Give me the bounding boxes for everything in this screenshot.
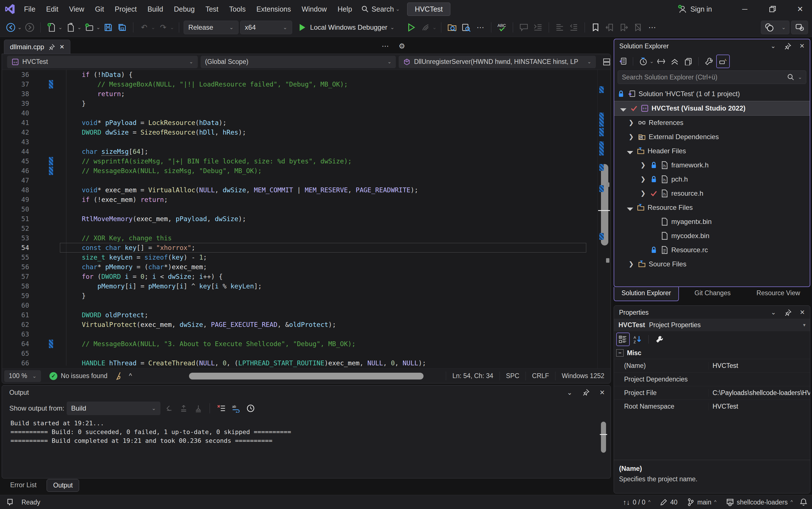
pin-icon[interactable] [784,43,791,49]
close-icon[interactable]: ✕ [800,42,805,50]
spell-check-button[interactable]: ABC [496,21,508,34]
editor-settings-gear-icon[interactable]: ⚙ [399,42,405,50]
find-in-objects-button[interactable] [460,21,472,34]
chevron-down-icon[interactable]: ⌄ [17,24,22,31]
code-line-43[interactable]: 43 [2,137,599,147]
start-without-debugging-button[interactable] [405,21,417,34]
property-pages-wrench-icon[interactable] [653,333,666,345]
chevron-down-icon[interactable]: ⌄ [170,24,174,31]
bookmarks-overflow-button[interactable]: ⋯ [646,21,658,34]
new-file-button[interactable] [45,21,58,34]
toggle-comment-button[interactable] [518,21,530,34]
feedback-button[interactable] [791,21,808,34]
code-text-area[interactable]: 36 if (!hData) {37 // MessageBoxA(NULL, … [2,70,599,369]
chevron-down-icon[interactable]: ⌄ [77,24,81,31]
menu-extensions[interactable]: Extensions [251,5,296,13]
code-line-51[interactable]: 51 RtlMoveMemory(exec_mem, pPayload, dwS… [2,214,599,224]
menu-project[interactable]: Project [109,5,142,13]
code-line-49[interactable]: 49 if (!exec_mem) return; [2,195,599,204]
pending-changes-filter-icon[interactable] [637,55,650,68]
chevron-down-icon[interactable]: ⌄ [567,389,572,397]
property-category-row[interactable]: − Misc [614,347,810,359]
property-value[interactable]: HVCTest [708,403,810,410]
chevron-down-icon[interactable]: ⌄ [771,309,776,316]
menu-git[interactable]: Git [89,5,109,13]
chevron-down-icon[interactable]: ⌄ [771,42,776,50]
output-source-dropdown[interactable]: Build ⌄ [67,402,160,415]
property-row-name[interactable]: (Name)HVCTest [614,359,810,372]
panel-tab-resource-view[interactable]: Resource View [746,287,810,301]
toggle-bookmark-button[interactable] [589,21,602,34]
chev-icon[interactable]: ❯ [627,119,635,127]
tree-item-resource-rc[interactable]: Resource.rc [614,243,810,257]
tree-item-hvctest-visual-studio-2022[interactable]: ++HVCTest (Visual Studio 2022) [614,101,810,116]
chev-icon[interactable]: ❯ [627,133,635,141]
menu-help[interactable]: Help [332,5,358,13]
output-scrollbar[interactable] [601,419,608,473]
code-line-66[interactable]: 66 HANDLE hThread = CreateThread(NULL, 0… [2,358,599,368]
previous-bookmark-button[interactable] [603,21,616,34]
scrollbar-thumb[interactable] [189,373,423,379]
unindent-lines-icon[interactable] [553,21,566,34]
code-line-47[interactable]: 47 [2,176,599,185]
start-debugging-button[interactable]: Local Windows Debugger ⌄ [298,23,395,32]
code-line-39[interactable]: 39 } [2,99,599,108]
breadcrumb-scope-dropdown[interactable]: (Global Scope) ⌄ [200,56,396,68]
properties-wrench-icon[interactable] [703,55,715,68]
code-line-62[interactable]: 62 VirtualProtect(exec_mem, dwSize, PAGE… [2,320,599,330]
git-sync-status[interactable]: ↑↓ 0 / 0 ^ [620,498,654,506]
save-all-button[interactable] [116,21,128,34]
clear-bookmarks-button[interactable] [632,21,644,34]
code-line-50[interactable]: 50 [2,204,599,214]
pin-icon[interactable] [48,44,55,50]
split-editor-icon[interactable] [603,58,611,66]
close-tab-icon[interactable]: ✕ [59,43,65,50]
attach-to-process-button[interactable] [419,21,432,34]
collapse-all-icon[interactable] [668,55,681,68]
chevron-down-icon[interactable]: ⌄ [151,24,155,31]
configuration-dropdown[interactable]: Release⌄ [184,21,238,34]
clear-all-icon[interactable] [215,402,227,414]
property-value[interactable]: HVCTest [708,362,810,370]
code-line-65[interactable]: 65 [2,349,599,358]
save-button[interactable] [102,21,114,34]
menu-file[interactable]: File [19,5,41,13]
tab-dllmain-cpp[interactable]: dllmain.cpp ✕ [4,40,70,54]
code-cleanup-broom-icon[interactable] [115,372,123,380]
open-file-button[interactable] [64,21,77,34]
git-branch-selector[interactable]: main ^ [684,498,719,506]
bell-icon[interactable] [800,498,808,506]
code-line-57[interactable]: 57 for (DWORD i = 0; i < dwSize; i++) { [2,272,599,281]
chevron-down-icon[interactable]: ⌄ [650,58,654,65]
breadcrumb-member-dropdown[interactable]: DllUnregisterServer(HWND hwnd, HINSTANCE… [399,56,596,68]
tri-icon[interactable] [626,204,634,211]
code-line-44[interactable]: 44 char sizeMsg[64]; [2,147,599,157]
code-line-63[interactable]: 63 [2,330,599,339]
zoom-dropdown[interactable]: 100 % ⌄ [4,370,41,382]
code-line-58[interactable]: 58 pMemory[i] = pMemory[i] ^ key[i % key… [2,281,599,291]
restore-button[interactable] [761,0,784,18]
menu-edit[interactable]: Edit [41,5,64,13]
menu-view[interactable]: View [64,5,89,13]
code-line-45[interactable]: 45 // wsprintfA(sizeMsg, "|+| BIN file l… [2,157,599,166]
add-item-button[interactable] [83,21,96,34]
code-line-52[interactable]: 52 [2,224,599,233]
jump-to-previous-message-icon[interactable] [163,402,175,414]
tree-item-pch-h[interactable]: ❯hpch.h [614,172,810,186]
code-line-56[interactable]: 56 char* pMemory = (char*)exec_mem; [2,262,599,272]
timestamps-clock-icon[interactable] [245,402,257,414]
close-icon[interactable]: ✕ [800,309,805,316]
code-line-53[interactable]: 53 // XOR Key, change this [2,233,599,243]
toolbar-overflow-button[interactable]: ⋯ [474,21,486,34]
live-share-button[interactable]: ⌄ [761,21,789,34]
properties-object-selector[interactable]: HVCTest Project Properties ▾ [614,319,810,331]
sync-with-active-document-icon[interactable] [655,55,667,68]
show-all-files-icon[interactable] [716,55,730,68]
tree-item-external-dependencies[interactable]: ❯External Dependencies [614,130,810,144]
code-line-37[interactable]: 37 // MessageBoxA(NULL, "|!| LoadResourc… [2,79,599,89]
code-line-64[interactable]: 64 // MessageBoxA(NULL, "3. About to Exe… [2,339,599,349]
minimize-button[interactable]: ─ [733,0,756,18]
tree-item-header-files[interactable]: Header Files [614,144,810,158]
alphabetical-sort-icon[interactable]: AZ [631,333,644,345]
output-log-text[interactable]: Build started at 19:21... ========== Bui… [10,419,291,445]
